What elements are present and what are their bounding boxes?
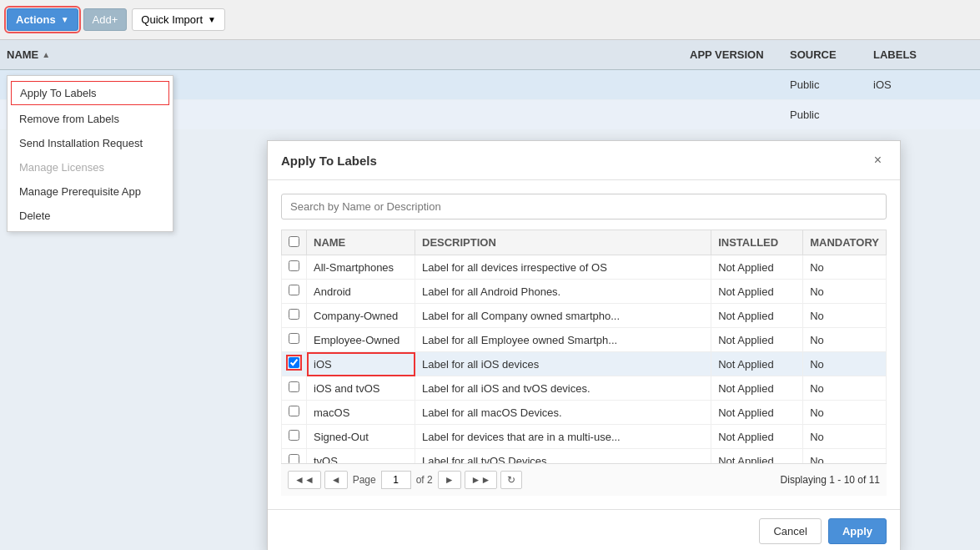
apply-button[interactable]: Apply bbox=[828, 518, 887, 544]
of-page-text: of 2 bbox=[416, 474, 433, 486]
main-area: NAME ▲ APP VERSION SOURCE LABELS es Publ… bbox=[0, 40, 980, 550]
row-description: Label for all Company owned smartpho... bbox=[415, 304, 711, 328]
table-row: Company-OwnedLabel for all Company owned… bbox=[282, 304, 887, 328]
th-mandatory-label: MANDATORY bbox=[810, 236, 879, 249]
row-checkbox[interactable] bbox=[289, 406, 299, 416]
row-name: All-Smartphones bbox=[307, 255, 415, 280]
modal-title: Apply To Labels bbox=[281, 154, 377, 168]
bg-col-labels-label: LABELS bbox=[873, 48, 917, 61]
row-checkbox[interactable] bbox=[289, 381, 299, 392]
quick-import-button[interactable]: Quick Import ▼ bbox=[132, 8, 225, 31]
dropdown-item-label-1: Remove from Labels bbox=[19, 113, 119, 125]
row-name: Signed-Out bbox=[307, 425, 415, 449]
search-input[interactable] bbox=[281, 194, 887, 219]
row-installed: Not Applied bbox=[711, 280, 803, 304]
add-label: Add+ bbox=[93, 13, 118, 26]
row-checkbox[interactable] bbox=[289, 430, 299, 441]
toolbar: Actions ▼ Add+ Quick Import ▼ bbox=[0, 0, 980, 40]
row-mandatory: No bbox=[803, 255, 887, 280]
row-checkbox[interactable] bbox=[289, 309, 299, 320]
dropdown-item-send-installation-request[interactable]: Send Installation Request bbox=[8, 131, 173, 155]
row-mandatory: No bbox=[803, 376, 887, 401]
bg-table-header: NAME ▲ APP VERSION SOURCE LABELS bbox=[0, 40, 980, 70]
row-checkbox[interactable] bbox=[289, 285, 299, 295]
bg-col-source: SOURCE bbox=[790, 48, 873, 61]
row-checkbox-cell bbox=[282, 280, 307, 304]
row-name: Company-Owned bbox=[307, 304, 415, 328]
dropdown-item-label-4: Manage Prerequisite App bbox=[19, 185, 141, 198]
row-checkbox-cell bbox=[282, 376, 307, 401]
row-description: Label for all iOS and tvOS devices. bbox=[415, 376, 711, 401]
row-name: iOS bbox=[307, 352, 415, 376]
dropdown-item-delete[interactable]: Delete bbox=[8, 204, 173, 228]
dropdown-item-apply-to-labels[interactable]: Apply To Labels bbox=[11, 81, 169, 105]
row-installed: Not Applied bbox=[711, 304, 803, 328]
dropdown-menu: Apply To Labels Remove from Labels Send … bbox=[7, 75, 173, 232]
row-description: Label for devices that are in a multi-us… bbox=[415, 425, 711, 449]
first-page-button[interactable]: ◄◄ bbox=[288, 471, 321, 489]
row-checkbox-cell bbox=[282, 401, 307, 425]
row-name: iOS and tvOS bbox=[307, 376, 415, 401]
row-mandatory: No bbox=[803, 449, 887, 464]
row-installed: Not Applied bbox=[711, 376, 803, 401]
row-mandatory: No bbox=[803, 304, 887, 328]
table-row: iOS and tvOSLabel for all iOS and tvOS d… bbox=[282, 376, 887, 401]
bg-col-appver: APP VERSION bbox=[690, 48, 790, 61]
bg-col-appver-label: APP VERSION bbox=[690, 48, 764, 61]
row-name: Employee-Owned bbox=[307, 328, 415, 352]
row-checkbox[interactable] bbox=[289, 333, 299, 344]
row-checkbox-cell bbox=[282, 425, 307, 449]
dropdown-item-manage-licenses: Manage Licenses bbox=[8, 155, 173, 179]
table-row: tvOSLabel for all tvOS Devices.Not Appli… bbox=[282, 449, 887, 464]
bg-col-name-label: NAME bbox=[7, 48, 38, 61]
table-row: Employee-OwnedLabel for all Employee own… bbox=[282, 328, 887, 352]
page-label: Page bbox=[353, 474, 376, 486]
select-all-checkbox[interactable] bbox=[289, 236, 299, 247]
labels-table: NAME DESCRIPTION INSTALLED MANDATORY bbox=[281, 230, 887, 463]
bg-row-labels: iOS bbox=[873, 78, 973, 91]
actions-arrow-icon: ▼ bbox=[61, 15, 69, 24]
cancel-button[interactable]: Cancel bbox=[759, 518, 821, 544]
bg-col-labels: LABELS bbox=[873, 48, 973, 61]
next-page-button[interactable]: ► bbox=[438, 471, 461, 489]
th-installed: INSTALLED bbox=[711, 230, 803, 255]
actions-label: Actions bbox=[16, 13, 56, 26]
dropdown-item-remove-from-labels[interactable]: Remove from Labels bbox=[8, 107, 173, 131]
last-page-button[interactable]: ►► bbox=[465, 471, 498, 489]
prev-page-button[interactable]: ◄ bbox=[324, 471, 348, 489]
modal-close-button[interactable]: × bbox=[869, 151, 887, 169]
row-mandatory: No bbox=[803, 280, 887, 304]
th-name-label: NAME bbox=[314, 236, 345, 249]
row-description: Label for all tvOS Devices. bbox=[415, 449, 711, 464]
modal: Apply To Labels × NAME bbox=[267, 140, 901, 550]
add-button[interactable]: Add+ bbox=[83, 8, 128, 31]
bg-col-source-label: SOURCE bbox=[790, 48, 837, 61]
modal-header: Apply To Labels × bbox=[268, 141, 900, 180]
table-row: iOSLabel for all iOS devicesNot AppliedN… bbox=[282, 352, 887, 376]
row-checkbox[interactable] bbox=[289, 260, 299, 271]
displaying-text: Displaying 1 - 10 of 11 bbox=[781, 474, 880, 486]
row-installed: Not Applied bbox=[711, 328, 803, 352]
dropdown-item-manage-prerequisite-app[interactable]: Manage Prerequisite App bbox=[8, 179, 173, 204]
row-checkbox-cell bbox=[282, 352, 307, 376]
th-mandatory: MANDATORY bbox=[803, 230, 887, 255]
table-head: NAME DESCRIPTION INSTALLED MANDATORY bbox=[282, 230, 887, 255]
th-desc-label: DESCRIPTION bbox=[422, 236, 496, 249]
row-checkbox[interactable] bbox=[289, 454, 299, 463]
row-name: Android bbox=[307, 280, 415, 304]
page-input[interactable] bbox=[381, 471, 411, 489]
labels-table-container: NAME DESCRIPTION INSTALLED MANDATORY bbox=[281, 230, 887, 463]
row-installed: Not Applied bbox=[711, 255, 803, 280]
row-checkbox[interactable] bbox=[289, 357, 299, 368]
actions-button[interactable]: Actions ▼ bbox=[7, 8, 78, 31]
dropdown-item-label-0: Apply To Labels bbox=[20, 87, 97, 99]
refresh-button[interactable]: ↻ bbox=[500, 471, 522, 489]
row-installed: Not Applied bbox=[711, 401, 803, 425]
bg-row-source: Public bbox=[790, 78, 873, 91]
row-description: Label for all devices irrespective of OS bbox=[415, 255, 711, 280]
dropdown-item-label-3: Manage Licenses bbox=[19, 161, 104, 174]
row-mandatory: No bbox=[803, 328, 887, 352]
row-installed: Not Applied bbox=[711, 449, 803, 464]
table-body: All-SmartphonesLabel for all devices irr… bbox=[282, 255, 887, 464]
sort-icon: ▲ bbox=[42, 50, 50, 59]
